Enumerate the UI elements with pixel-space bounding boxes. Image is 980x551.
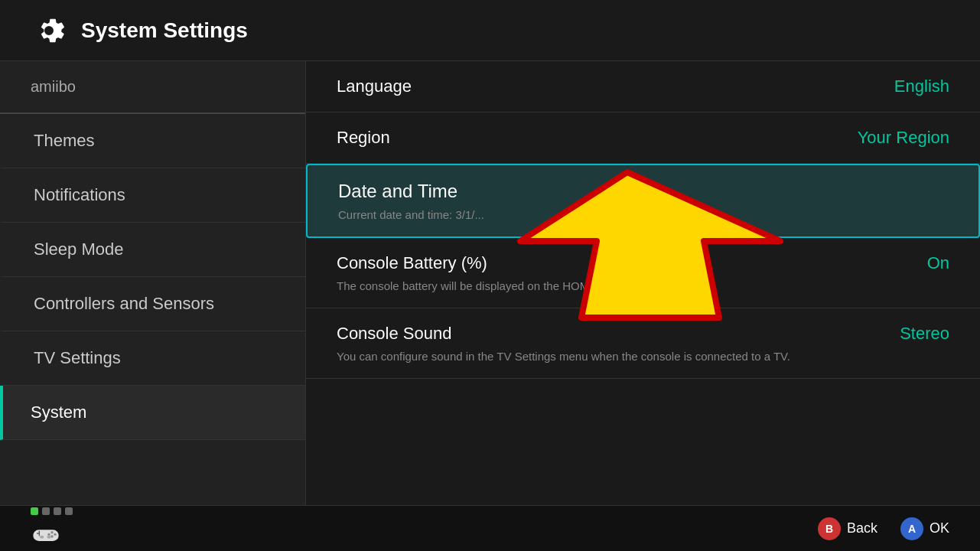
sidebar-item-tv-settings[interactable]: TV Settings: [0, 331, 305, 386]
sound-desc: You can configure sound in the TV Settin…: [337, 350, 949, 363]
content-item-region[interactable]: Region Your Region: [306, 112, 980, 164]
sidebar-item-controllers[interactable]: Controllers and Sensors: [0, 277, 305, 331]
main-layout: amiibo Themes Notifications Sleep Mode C…: [0, 61, 980, 505]
svg-point-9: [47, 535, 50, 538]
dot-1: [31, 507, 38, 515]
sidebar-item-sleep-mode[interactable]: Sleep Mode: [0, 223, 305, 277]
back-button[interactable]: B Back: [818, 517, 877, 540]
bottom-right: B Back A OK: [818, 517, 949, 540]
svg-rect-3: [39, 530, 40, 536]
dot-2: [42, 507, 50, 515]
svg-point-7: [50, 535, 53, 537]
controller-icon: [31, 520, 61, 550]
header: System Settings: [0, 0, 980, 61]
a-button-icon: A: [900, 517, 923, 540]
gear-icon: [31, 12, 67, 49]
indicator-dots: [31, 507, 73, 515]
dot-4: [65, 507, 73, 515]
bottom-left: [31, 507, 73, 550]
svg-point-6: [47, 533, 50, 535]
content-item-date-time[interactable]: Date and Time Current date and time: 3/1…: [306, 164, 980, 238]
content-item-language[interactable]: Language English: [306, 61, 980, 112]
b-button-icon: B: [818, 517, 841, 540]
content-area: Language English Region Your Region Date…: [306, 61, 980, 505]
ok-button[interactable]: A OK: [900, 517, 949, 540]
svg-point-4: [50, 531, 53, 533]
battery-desc: The console battery will be displayed on…: [337, 279, 949, 292]
content-item-sound[interactable]: Console Sound Stereo You can configure s…: [306, 308, 980, 379]
dot-3: [54, 507, 61, 515]
sidebar-item-system[interactable]: System: [0, 386, 305, 440]
svg-point-5: [54, 533, 56, 535]
content-item-battery[interactable]: Console Battery (%) On The console batte…: [306, 238, 980, 308]
sidebar-item-notifications[interactable]: Notifications: [0, 168, 305, 223]
date-time-desc: Current date and time: 3/1/...: [338, 208, 948, 221]
sidebar: amiibo Themes Notifications Sleep Mode C…: [0, 61, 306, 505]
svg-point-8: [40, 535, 44, 538]
sidebar-item-amiibo[interactable]: amiibo: [0, 61, 305, 114]
page-title: System Settings: [81, 18, 248, 43]
bottom-bar: B Back A OK: [0, 505, 980, 551]
sidebar-item-themes[interactable]: Themes: [0, 114, 305, 168]
